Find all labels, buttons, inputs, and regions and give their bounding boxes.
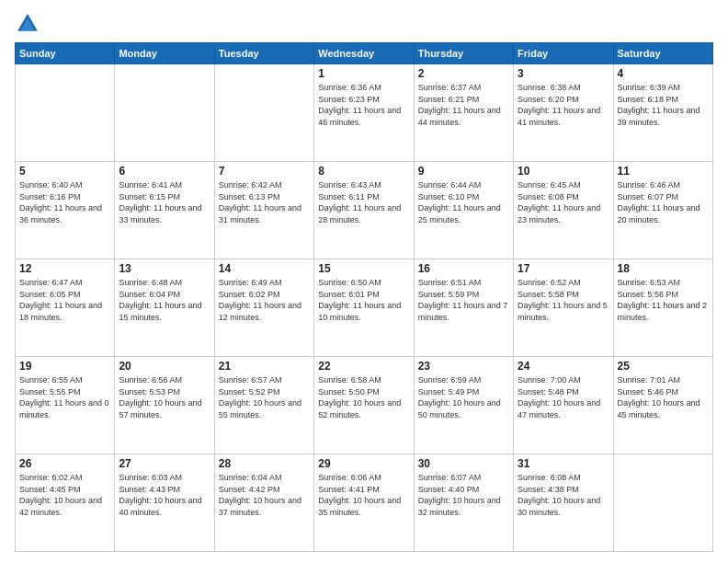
day-number: 31 [518,457,609,470]
day-number: 3 [518,67,609,80]
day-info: Sunrise: 6:08 AM Sunset: 4:38 PM Dayligh… [518,472,609,518]
day-info: Sunrise: 6:51 AM Sunset: 5:59 PM Dayligh… [418,277,509,323]
day-number: 13 [119,262,210,275]
calendar-cell: 19Sunrise: 6:55 AM Sunset: 5:55 PM Dayli… [16,357,115,454]
day-number: 19 [19,360,110,373]
calendar-cell: 15Sunrise: 6:50 AM Sunset: 6:01 PM Dayli… [314,259,414,357]
day-info: Sunrise: 6:58 AM Sunset: 5:50 PM Dayligh… [318,374,409,420]
weekday-header-sunday: Sunday [16,43,115,64]
calendar-cell: 17Sunrise: 6:52 AM Sunset: 5:58 PM Dayli… [514,259,613,357]
day-info: Sunrise: 6:45 AM Sunset: 6:08 PM Dayligh… [518,179,609,225]
weekday-header-tuesday: Tuesday [214,43,313,64]
day-number: 24 [518,360,609,373]
calendar-cell: 7Sunrise: 6:42 AM Sunset: 6:13 PM Daylig… [214,162,313,259]
calendar-cell: 10Sunrise: 6:45 AM Sunset: 6:08 PM Dayli… [514,162,613,259]
calendar-cell: 8Sunrise: 6:43 AM Sunset: 6:11 PM Daylig… [314,162,414,259]
day-number: 6 [119,165,210,178]
day-number: 30 [418,457,509,470]
calendar-week-1: 1Sunrise: 6:36 AM Sunset: 6:23 PM Daylig… [16,64,713,162]
calendar-week-5: 26Sunrise: 6:02 AM Sunset: 4:45 PM Dayli… [16,454,713,552]
page: SundayMondayTuesdayWednesdayThursdayFrid… [0,0,728,563]
day-info: Sunrise: 6:06 AM Sunset: 4:41 PM Dayligh… [318,472,409,518]
calendar-cell: 26Sunrise: 6:02 AM Sunset: 4:45 PM Dayli… [16,454,115,552]
calendar-cell: 1Sunrise: 6:36 AM Sunset: 6:23 PM Daylig… [314,64,414,162]
calendar-cell: 6Sunrise: 6:41 AM Sunset: 6:15 PM Daylig… [115,162,214,259]
calendar-cell: 24Sunrise: 7:00 AM Sunset: 5:48 PM Dayli… [514,357,613,454]
day-number: 25 [618,360,709,373]
day-info: Sunrise: 6:44 AM Sunset: 6:10 PM Dayligh… [418,179,509,225]
calendar-cell: 23Sunrise: 6:59 AM Sunset: 5:49 PM Dayli… [414,357,513,454]
day-number: 20 [119,360,210,373]
calendar-cell: 21Sunrise: 6:57 AM Sunset: 5:52 PM Dayli… [214,357,313,454]
day-number: 17 [518,262,609,275]
day-number: 18 [618,262,709,275]
day-number: 15 [318,262,409,275]
calendar-cell: 2Sunrise: 6:37 AM Sunset: 6:21 PM Daylig… [414,64,513,162]
calendar-cell: 13Sunrise: 6:48 AM Sunset: 6:04 PM Dayli… [115,259,214,357]
day-info: Sunrise: 6:48 AM Sunset: 6:04 PM Dayligh… [119,277,210,323]
day-number: 1 [318,67,409,80]
day-number: 4 [618,67,709,80]
weekday-header-monday: Monday [115,43,214,64]
calendar-cell: 29Sunrise: 6:06 AM Sunset: 4:41 PM Dayli… [314,454,414,552]
calendar-cell: 4Sunrise: 6:39 AM Sunset: 6:18 PM Daylig… [613,64,712,162]
day-number: 5 [19,165,110,178]
calendar-cell [214,64,313,162]
day-number: 23 [418,360,509,373]
day-info: Sunrise: 6:40 AM Sunset: 6:16 PM Dayligh… [19,179,110,225]
header [15,11,713,37]
day-info: Sunrise: 6:52 AM Sunset: 5:58 PM Dayligh… [518,277,609,323]
day-number: 7 [219,165,310,178]
day-number: 14 [219,262,310,275]
day-info: Sunrise: 6:43 AM Sunset: 6:11 PM Dayligh… [318,179,409,225]
day-info: Sunrise: 6:59 AM Sunset: 5:49 PM Dayligh… [418,374,509,420]
logo-icon [15,11,40,37]
day-info: Sunrise: 6:41 AM Sunset: 6:15 PM Dayligh… [119,179,210,225]
calendar-cell: 22Sunrise: 6:58 AM Sunset: 5:50 PM Dayli… [314,357,414,454]
calendar-cell: 28Sunrise: 6:04 AM Sunset: 4:42 PM Dayli… [214,454,313,552]
calendar-week-3: 12Sunrise: 6:47 AM Sunset: 6:05 PM Dayli… [16,259,713,357]
day-info: Sunrise: 6:39 AM Sunset: 6:18 PM Dayligh… [618,82,709,128]
calendar-cell: 3Sunrise: 6:38 AM Sunset: 6:20 PM Daylig… [514,64,613,162]
day-info: Sunrise: 6:38 AM Sunset: 6:20 PM Dayligh… [518,82,609,128]
day-info: Sunrise: 7:01 AM Sunset: 5:46 PM Dayligh… [618,374,709,420]
day-info: Sunrise: 6:36 AM Sunset: 6:23 PM Dayligh… [318,82,409,128]
calendar-cell [613,454,712,552]
calendar-cell: 25Sunrise: 7:01 AM Sunset: 5:46 PM Dayli… [613,357,712,454]
calendar-header: SundayMondayTuesdayWednesdayThursdayFrid… [16,43,713,64]
day-number: 8 [318,165,409,178]
day-info: Sunrise: 6:56 AM Sunset: 5:53 PM Dayligh… [119,374,210,420]
day-info: Sunrise: 6:37 AM Sunset: 6:21 PM Dayligh… [418,82,509,128]
calendar-cell: 9Sunrise: 6:44 AM Sunset: 6:10 PM Daylig… [414,162,513,259]
day-info: Sunrise: 7:00 AM Sunset: 5:48 PM Dayligh… [518,374,609,420]
day-info: Sunrise: 6:46 AM Sunset: 6:07 PM Dayligh… [618,179,709,225]
day-info: Sunrise: 6:50 AM Sunset: 6:01 PM Dayligh… [318,277,409,323]
calendar-cell: 14Sunrise: 6:49 AM Sunset: 6:02 PM Dayli… [214,259,313,357]
calendar-cell: 11Sunrise: 6:46 AM Sunset: 6:07 PM Dayli… [613,162,712,259]
day-number: 27 [119,457,210,470]
calendar-cell: 30Sunrise: 6:07 AM Sunset: 4:40 PM Dayli… [414,454,513,552]
day-info: Sunrise: 6:53 AM Sunset: 5:56 PM Dayligh… [618,277,709,323]
calendar-week-4: 19Sunrise: 6:55 AM Sunset: 5:55 PM Dayli… [16,357,713,454]
day-info: Sunrise: 6:02 AM Sunset: 4:45 PM Dayligh… [19,472,110,518]
day-number: 9 [418,165,509,178]
day-number: 16 [418,262,509,275]
calendar-cell: 27Sunrise: 6:03 AM Sunset: 4:43 PM Dayli… [115,454,214,552]
day-info: Sunrise: 6:57 AM Sunset: 5:52 PM Dayligh… [219,374,310,420]
weekday-header-thursday: Thursday [414,43,513,64]
logo [15,11,44,37]
calendar-cell: 31Sunrise: 6:08 AM Sunset: 4:38 PM Dayli… [514,454,613,552]
day-number: 29 [318,457,409,470]
day-number: 22 [318,360,409,373]
calendar-body: 1Sunrise: 6:36 AM Sunset: 6:23 PM Daylig… [16,64,713,552]
calendar-cell: 12Sunrise: 6:47 AM Sunset: 6:05 PM Dayli… [16,259,115,357]
day-number: 10 [518,165,609,178]
day-number: 2 [418,67,509,80]
weekday-header-saturday: Saturday [613,43,712,64]
day-info: Sunrise: 6:04 AM Sunset: 4:42 PM Dayligh… [219,472,310,518]
day-info: Sunrise: 6:47 AM Sunset: 6:05 PM Dayligh… [19,277,110,323]
day-info: Sunrise: 6:49 AM Sunset: 6:02 PM Dayligh… [219,277,310,323]
calendar-table: SundayMondayTuesdayWednesdayThursdayFrid… [15,42,713,552]
day-number: 21 [219,360,310,373]
day-number: 26 [19,457,110,470]
